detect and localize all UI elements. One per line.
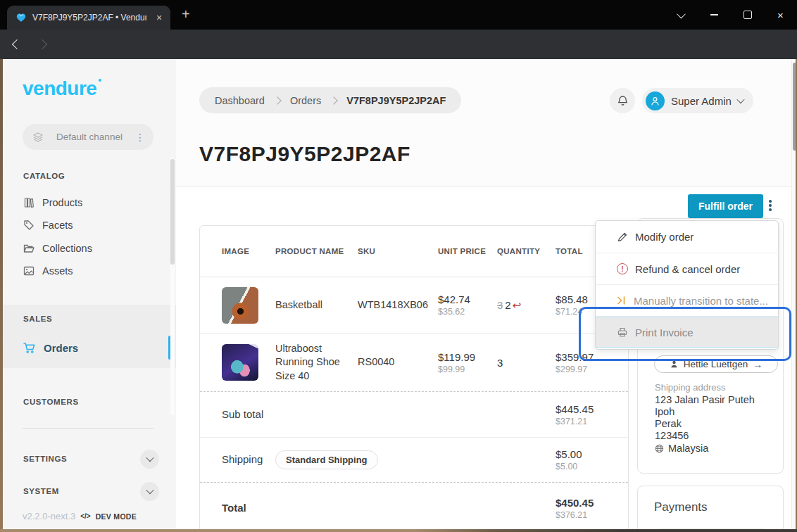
- globe-icon: [655, 444, 664, 453]
- browser-titlebar: V7F8PJ9Y5P2JP2AF • Vendure × + ×: [0, 0, 797, 30]
- new-tab-button[interactable]: +: [182, 6, 190, 23]
- channel-selector[interactable]: Default channel ⋮: [23, 124, 153, 150]
- user-avatar-icon: [646, 91, 665, 110]
- product-image-shoe[interactable]: [222, 344, 258, 381]
- shipping-gross: $5.00: [556, 448, 618, 460]
- cell-product-name[interactable]: Basketball: [275, 298, 358, 312]
- main-area: Dashboard Orders V7F8PJ9Y5P2JP2AF Super …: [176, 59, 791, 532]
- menu-item-refund-cancel[interactable]: ! Refund & cancel order: [596, 253, 778, 284]
- forward-button[interactable]: [35, 38, 49, 51]
- divider: [23, 428, 153, 429]
- breadcrumb-orders[interactable]: Orders: [290, 95, 321, 106]
- subtotal-gross: $445.45: [556, 403, 618, 415]
- browser-tab[interactable]: V7F8PJ9Y5P2JP2AF • Vendure ×: [7, 6, 170, 30]
- quantity-new: 2: [505, 299, 510, 311]
- sidebar-item-label: Facets: [42, 220, 73, 231]
- fulfill-order-button[interactable]: Fulfill order: [688, 194, 763, 218]
- pencil-icon: [617, 232, 628, 243]
- address-line: 123456: [655, 430, 755, 442]
- cell-unit-price: $119.99 $99.99: [438, 351, 497, 374]
- customer-name: Hettie Luettgen: [684, 359, 748, 369]
- cell-product-name[interactable]: Ultraboost Running Shoe Size 40: [275, 342, 358, 384]
- window-controls: ×: [665, 0, 797, 30]
- breadcrumb-dashboard[interactable]: Dashboard: [215, 95, 265, 106]
- code-icon: </>: [80, 512, 90, 520]
- sidebar-footer: v2.2.0-next.3 </> DEV MODE: [23, 511, 137, 521]
- channel-menu-icon[interactable]: ⋮: [135, 132, 145, 143]
- column-quantity: QUANTITY: [497, 247, 556, 255]
- subtotal-net: $371.21: [556, 417, 618, 426]
- column-unit-price: UNIT PRICE: [438, 247, 497, 255]
- table-row: Ultraboost Running Shoe Size 40 RS0040 $…: [200, 334, 628, 392]
- payments-title: Payments: [654, 500, 708, 514]
- vendure-logo-text: vendure: [23, 77, 96, 99]
- unit-price-net: $99.99: [438, 365, 497, 374]
- sidebar-item-collections[interactable]: Collections: [23, 236, 92, 260]
- customer-link-button[interactable]: Hettie Luettgen →: [654, 355, 778, 373]
- menu-item-transition-state[interactable]: Manually transition to state...: [596, 284, 778, 316]
- sidebar-scrollbar[interactable]: [170, 158, 175, 415]
- section-label-system: SYSTEM: [23, 487, 59, 495]
- column-image: IMAGE: [222, 247, 275, 255]
- cell-quantity: 32↩: [497, 299, 556, 312]
- dev-mode-badge: DEV MODE: [96, 512, 137, 521]
- sidebar-item-products[interactable]: Products: [23, 191, 82, 214]
- maximize-button[interactable]: [731, 0, 764, 30]
- close-button[interactable]: ×: [764, 0, 797, 30]
- subtotal-value: $445.45 $371.21: [556, 403, 618, 426]
- total-label: Total: [222, 500, 275, 517]
- minimize-button[interactable]: [698, 0, 731, 30]
- quantity-modified-icon: ↩: [513, 299, 522, 311]
- address-line: Ipoh: [655, 406, 755, 418]
- menu-item-modify-order[interactable]: Modify order: [596, 221, 778, 253]
- notifications-button[interactable]: [610, 88, 635, 113]
- sidebar-item-assets[interactable]: Assets: [23, 259, 73, 282]
- product-image-basketball[interactable]: [222, 287, 258, 324]
- sidebar-item-label: Collections: [42, 243, 92, 254]
- user-menu[interactable]: Super Admin: [642, 88, 753, 113]
- cell-sku: RS0040: [358, 355, 438, 369]
- sidebar-group-settings[interactable]: SETTINGS: [23, 448, 159, 470]
- payments-card: Payments: [637, 486, 784, 532]
- sidebar-item-label: Products: [42, 197, 82, 208]
- menu-item-label: Modify order: [635, 231, 694, 243]
- order-total-net: $376.21: [556, 510, 618, 520]
- logo-dot: [99, 79, 101, 82]
- back-button[interactable]: [10, 38, 24, 51]
- section-label-customers[interactable]: CUSTOMERS: [23, 398, 79, 406]
- shipping-method-badge: Standard Shipping: [275, 450, 378, 469]
- app-version: v2.2.0-next.3: [23, 511, 75, 521]
- tab-close-icon[interactable]: ×: [152, 11, 166, 25]
- table-header-row: IMAGE PRODUCT NAME SKU UNIT PRICE QUANTI…: [200, 226, 628, 277]
- breadcrumb-current: V7F8PJ9Y5P2JP2AF: [346, 95, 446, 106]
- sidebar-item-label: Orders: [44, 342, 78, 354]
- subtotal-label: Sub total: [222, 406, 275, 424]
- sidebar: vendure Default channel ⋮ CATALOG Produc…: [0, 59, 176, 532]
- section-label-catalog: CATALOG: [23, 172, 65, 180]
- transition-icon: [617, 295, 627, 306]
- vendure-logo[interactable]: vendure: [23, 77, 96, 100]
- browser-toolbar: ↻ i localhost:3000/admin/orders/3: [0, 30, 797, 59]
- cell-sku: WTB1418XB06: [358, 298, 438, 312]
- address-line: Perak: [655, 418, 755, 430]
- bell-icon: [617, 95, 629, 107]
- sidebar-item-orders[interactable]: Orders: [23, 336, 78, 360]
- page-title: V7F8PJ9Y5P2JP2AF: [199, 142, 410, 166]
- order-lines-table: IMAGE PRODUCT NAME SKU UNIT PRICE QUANTI…: [199, 225, 629, 532]
- expand-settings-button[interactable]: [140, 450, 159, 469]
- menu-item-label: Manually transition to state...: [634, 295, 768, 307]
- sidebar-group-system[interactable]: SYSTEM: [23, 480, 159, 502]
- menu-item-label: Print Invoice: [635, 327, 694, 338]
- expand-system-button[interactable]: [140, 482, 159, 501]
- shipping-address-label: Shipping address: [655, 382, 725, 393]
- column-product-name: PRODUCT NAME: [275, 247, 358, 255]
- products-icon: [23, 197, 34, 208]
- menu-item-print-invoice[interactable]: Print Invoice: [596, 316, 778, 348]
- unit-price-gross: $119.99: [438, 351, 497, 363]
- total-row: Total $450.45 $376.21: [200, 483, 628, 532]
- shipping-row: Shipping Standard Shipping $5.00 $5.00: [200, 438, 628, 483]
- tab-search-icon[interactable]: [665, 0, 698, 30]
- channel-label: Default channel: [51, 132, 128, 142]
- sidebar-item-facets[interactable]: Facets: [23, 213, 73, 236]
- order-actions-menu-button[interactable]: [767, 198, 773, 213]
